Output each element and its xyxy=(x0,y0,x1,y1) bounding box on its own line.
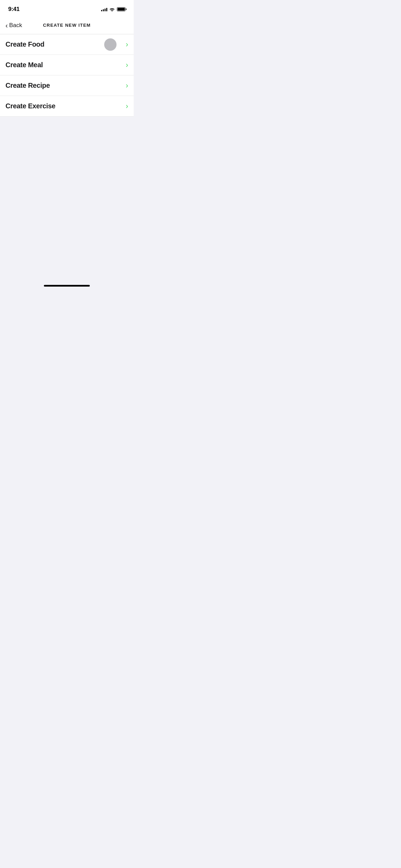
create-meal-item[interactable]: Create Meal › xyxy=(0,55,134,75)
create-recipe-item[interactable]: Create Recipe › xyxy=(0,75,134,96)
status-bar: 9:41 xyxy=(0,0,134,16)
chevron-right-icon: › xyxy=(126,81,128,90)
create-exercise-label: Create Exercise xyxy=(5,102,56,110)
create-meal-label: Create Meal xyxy=(5,61,43,69)
create-exercise-item[interactable]: Create Exercise › xyxy=(0,96,134,117)
chevron-right-icon: › xyxy=(126,102,128,111)
create-food-label: Create Food xyxy=(5,40,44,48)
chevron-right-icon: › xyxy=(126,40,128,49)
status-time: 9:41 xyxy=(8,6,20,13)
nav-bar: ‹ Back CREATE NEW ITEM xyxy=(0,16,134,34)
create-food-item[interactable]: Create Food › xyxy=(0,34,134,55)
back-label: Back xyxy=(9,22,22,29)
create-recipe-label: Create Recipe xyxy=(5,82,50,89)
battery-icon xyxy=(117,7,125,11)
status-icons xyxy=(101,7,125,11)
page-title: CREATE NEW ITEM xyxy=(43,23,90,28)
back-button[interactable]: ‹ Back xyxy=(5,22,22,29)
chevron-right-icon: › xyxy=(126,61,128,70)
menu-list: Create Food › Create Meal › Create Recip… xyxy=(0,34,134,117)
wifi-icon xyxy=(109,7,115,11)
gray-background xyxy=(0,117,134,289)
home-indicator xyxy=(44,285,90,287)
back-chevron-icon: ‹ xyxy=(5,22,8,29)
touch-indicator xyxy=(104,38,117,51)
signal-icon xyxy=(101,7,107,11)
